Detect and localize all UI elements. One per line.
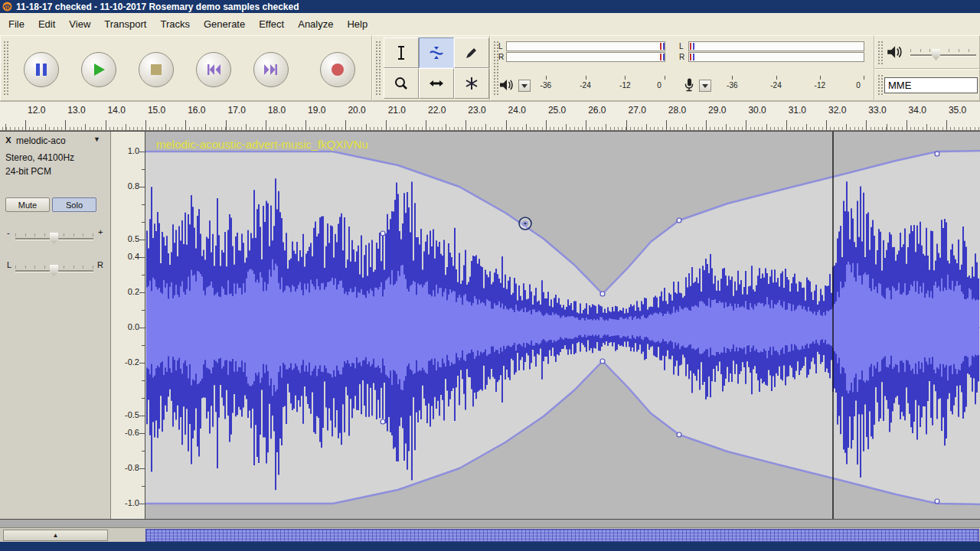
solo-button[interactable]: Solo <box>52 197 96 212</box>
timeline-label: 20.0 <box>348 105 365 116</box>
playback-meter-bar-r[interactable] <box>506 52 665 62</box>
vruler-label: -1.0 <box>125 498 139 508</box>
track-menu-dropdown-icon[interactable]: ▼ <box>93 135 100 143</box>
envelope-control-point[interactable] <box>600 359 605 364</box>
clip-title-overlay: melodic-acoustic-advert-music_fkQXiVNu <box>156 138 368 151</box>
menu-view[interactable]: View <box>62 15 97 33</box>
vertical-ruler[interactable]: 1.00.80.50.40.20.0-0.2-0.5-0.6-0.8-1.0 <box>111 132 145 519</box>
envelope-tool-button[interactable] <box>419 37 454 68</box>
vruler-tick-major <box>139 363 145 364</box>
timeline-label: 18.0 <box>268 105 286 116</box>
envelope-control-point[interactable] <box>677 432 681 437</box>
timeline-half-tick <box>406 124 407 130</box>
timeline-major-tick <box>266 120 266 130</box>
timeline-ruler[interactable]: 12.013.014.015.016.017.018.019.020.021.0… <box>0 102 980 131</box>
output-volume-slider-thumb[interactable] <box>932 49 940 60</box>
vruler-label: -0.6 <box>125 428 139 438</box>
toolbar-grabber[interactable] <box>374 40 381 96</box>
toolbar-grabber[interactable] <box>2 40 8 96</box>
skip-to-start-button[interactable] <box>196 52 231 87</box>
zoom-tool-button[interactable] <box>384 68 419 99</box>
timeline-major-tick <box>946 120 947 130</box>
recording-meter-bar-r[interactable] <box>688 52 864 62</box>
timeline-major-tick <box>506 120 507 130</box>
clip-indicator <box>690 54 691 60</box>
titlebar: 11-18-17 checked - 11-10-2017 Rosemary d… <box>0 0 980 13</box>
pause-button[interactable] <box>24 52 59 87</box>
output-volume-slider[interactable] <box>910 54 976 57</box>
timeline-major-tick <box>626 120 627 130</box>
track-title[interactable]: melodic-aco <box>16 135 66 146</box>
envelope-control-point[interactable] <box>600 292 605 296</box>
menu-help[interactable]: Help <box>340 15 374 33</box>
meter-scale-tick <box>665 76 665 80</box>
stop-button[interactable] <box>139 52 174 87</box>
window-title: 11-18-17 checked - 11-10-2017 Rosemary d… <box>16 2 299 12</box>
timeline-major-tick <box>345 120 346 130</box>
draw-tool-button[interactable] <box>454 37 489 68</box>
record-icon <box>328 60 347 79</box>
track-format-info: Stereo, 44100Hz <box>5 152 74 163</box>
skip-to-end-button[interactable] <box>253 52 289 87</box>
time-shift-tool-icon <box>428 75 445 92</box>
meter-scale-label: -12 <box>811 81 829 90</box>
timeline-label: 28.0 <box>668 105 686 116</box>
playback-meter-bar-l[interactable] <box>506 41 665 51</box>
track-collapse-button[interactable]: ▲ <box>3 530 108 541</box>
vruler-tick <box>142 345 145 346</box>
timeline-label: 25.0 <box>548 105 566 116</box>
gain-slider-thumb[interactable] <box>50 233 58 244</box>
playback-meter-l-label: L <box>498 42 503 51</box>
envelope-control-point[interactable] <box>935 152 939 156</box>
toolbar-grabber[interactable] <box>492 40 498 96</box>
timeline-half-tick <box>766 124 767 130</box>
toolbar-grabber[interactable] <box>877 73 883 96</box>
horizontal-scrollbar: ▲ <box>0 527 980 542</box>
timeline-half-tick <box>606 124 606 130</box>
track-close-button[interactable]: X <box>3 135 14 145</box>
window-bottom-edge <box>0 542 980 551</box>
toolbar-grabber[interactable] <box>877 40 883 64</box>
envelope-control-point[interactable] <box>381 231 385 236</box>
record-button[interactable] <box>320 52 355 87</box>
envelope-control-point[interactable] <box>935 499 939 504</box>
timeline-label: 26.0 <box>588 105 606 116</box>
multi-tool-button[interactable] <box>454 68 489 99</box>
vruler-label: -0.5 <box>125 410 139 420</box>
menu-effect[interactable]: Effect <box>252 15 291 33</box>
menu-file[interactable]: File <box>2 15 31 33</box>
pan-slider-thumb[interactable] <box>50 265 58 276</box>
waveform-svg <box>145 132 980 519</box>
vruler-tick-major <box>139 504 145 504</box>
menu-tracks[interactable]: Tracks <box>153 15 197 33</box>
menu-transport[interactable]: Transport <box>97 15 153 33</box>
menu-edit[interactable]: Edit <box>31 15 62 33</box>
output-slider-ticks <box>910 49 976 52</box>
transport-toolbar <box>0 35 372 101</box>
waveform-display[interactable]: melodic-acoustic-advert-music_fkQXiVNu <box>145 132 980 519</box>
vruler-tick <box>142 310 145 311</box>
scrollbar-thumb[interactable] <box>145 529 979 542</box>
audacity-window: 11-18-17 checked - 11-10-2017 Rosemary d… <box>0 0 980 551</box>
vruler-tick-major <box>139 328 145 328</box>
gain-plus-label: + <box>98 227 103 236</box>
menu-generate[interactable]: Generate <box>197 15 252 33</box>
audio-host-select[interactable]: MME <box>884 77 978 93</box>
timeline-half-tick <box>806 124 807 130</box>
timeline-major-tick <box>65 120 66 130</box>
envelope-control-point[interactable] <box>381 419 385 424</box>
selection-tool-button[interactable] <box>384 37 419 68</box>
peak-indicator <box>663 43 665 50</box>
stop-icon <box>147 60 165 79</box>
timeline-major-tick <box>466 120 466 130</box>
mute-button[interactable]: Mute <box>5 197 50 212</box>
tools-toolbar <box>372 35 490 101</box>
menu-analyze[interactable]: Analyze <box>291 15 340 33</box>
timeline-major-tick <box>706 120 707 130</box>
recording-meter-bar-l[interactable] <box>688 41 864 51</box>
envelope-control-point[interactable] <box>677 218 681 223</box>
timeline-major-tick <box>145 120 146 130</box>
timeline-half-tick <box>566 124 567 130</box>
play-button[interactable] <box>81 52 116 87</box>
time-shift-tool-button[interactable] <box>419 68 454 99</box>
